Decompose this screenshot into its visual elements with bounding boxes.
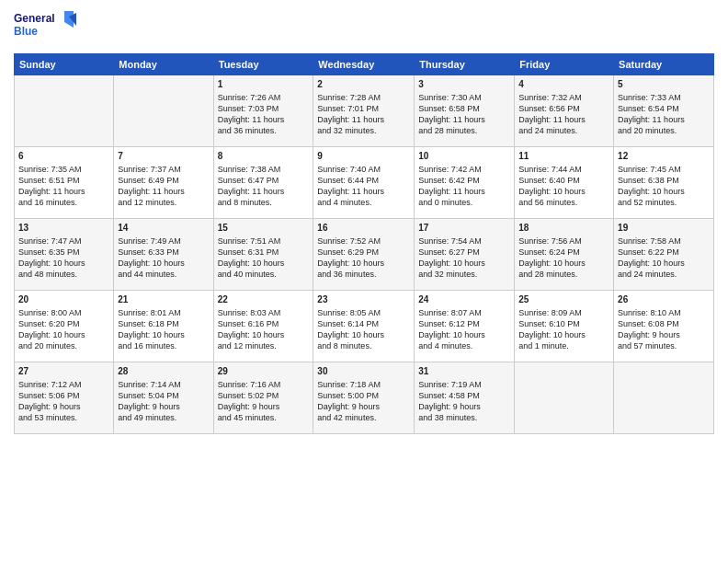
svg-text:General: General bbox=[14, 12, 55, 25]
day-number: 20 bbox=[18, 293, 109, 306]
day-content-line: Sunrise: 7:33 AM bbox=[618, 92, 710, 103]
day-content-line: Sunset: 4:58 PM bbox=[418, 390, 510, 401]
day-content-line: Daylight: 11 hours bbox=[18, 186, 109, 197]
day-number: 8 bbox=[218, 150, 310, 163]
day-content-line: Sunset: 7:01 PM bbox=[317, 103, 410, 114]
week-row-5: 27Sunrise: 7:12 AMSunset: 5:06 PMDayligh… bbox=[15, 362, 714, 434]
day-content-line: and 24 minutes. bbox=[518, 125, 609, 136]
svg-text:Blue: Blue bbox=[14, 25, 38, 38]
day-content-line: Sunrise: 8:05 AM bbox=[317, 307, 410, 318]
day-content-line: Daylight: 11 hours bbox=[518, 114, 609, 125]
day-number: 29 bbox=[218, 365, 310, 378]
weekday-header-thursday: Thursday bbox=[415, 54, 515, 75]
day-content-line: Sunset: 6:27 PM bbox=[418, 247, 510, 258]
week-row-3: 13Sunrise: 7:47 AMSunset: 6:35 PMDayligh… bbox=[15, 219, 714, 291]
day-content-line: Daylight: 9 hours bbox=[218, 401, 310, 412]
day-content-line: and 12 minutes. bbox=[118, 197, 209, 208]
calendar-cell: 15Sunrise: 7:51 AMSunset: 6:31 PMDayligh… bbox=[213, 219, 313, 291]
day-content-line: and 1 minute. bbox=[518, 340, 609, 351]
day-content-line: Sunrise: 7:37 AM bbox=[118, 164, 209, 175]
calendar-cell: 29Sunrise: 7:16 AMSunset: 5:02 PMDayligh… bbox=[213, 362, 313, 434]
day-content-line: and 16 minutes. bbox=[18, 197, 109, 208]
day-content-line: Sunrise: 7:14 AM bbox=[118, 379, 209, 390]
day-content-line: and 28 minutes. bbox=[418, 125, 510, 136]
day-content-line: Sunset: 6:49 PM bbox=[118, 175, 209, 186]
day-content-line: Sunset: 6:54 PM bbox=[618, 103, 710, 114]
day-content-line: Sunset: 5:06 PM bbox=[18, 390, 109, 401]
day-content-line: Sunrise: 7:52 AM bbox=[317, 236, 410, 247]
day-content-line: Sunrise: 8:01 AM bbox=[118, 307, 209, 318]
day-number: 14 bbox=[118, 222, 209, 235]
day-content-line: Sunset: 6:20 PM bbox=[18, 318, 109, 329]
day-content-line: Sunrise: 8:03 AM bbox=[218, 307, 310, 318]
day-content-line: Daylight: 10 hours bbox=[118, 258, 209, 269]
day-content-line: and 45 minutes. bbox=[218, 412, 310, 423]
day-content-line: Sunrise: 7:58 AM bbox=[618, 236, 710, 247]
day-content-line: Daylight: 10 hours bbox=[317, 258, 410, 269]
calendar-cell: 31Sunrise: 7:19 AMSunset: 4:58 PMDayligh… bbox=[415, 362, 515, 434]
weekday-header-monday: Monday bbox=[114, 54, 213, 75]
day-number: 26 bbox=[618, 293, 710, 306]
day-content-line: Sunrise: 7:42 AM bbox=[418, 164, 510, 175]
day-content-line: and 0 minutes. bbox=[418, 197, 510, 208]
day-content-line: and 49 minutes. bbox=[118, 412, 209, 423]
calendar-cell: 16Sunrise: 7:52 AMSunset: 6:29 PMDayligh… bbox=[313, 219, 415, 291]
day-content-line: Sunset: 5:04 PM bbox=[118, 390, 209, 401]
day-number: 21 bbox=[118, 293, 209, 306]
day-content-line: Daylight: 10 hours bbox=[18, 329, 109, 340]
day-content-line: Sunset: 6:42 PM bbox=[418, 175, 510, 186]
day-number: 19 bbox=[618, 222, 710, 235]
day-content-line: Daylight: 10 hours bbox=[518, 186, 609, 197]
calendar-cell: 26Sunrise: 8:10 AMSunset: 6:08 PMDayligh… bbox=[614, 291, 714, 362]
day-content-line: and 44 minutes. bbox=[118, 269, 209, 280]
day-content-line: and 56 minutes. bbox=[518, 197, 609, 208]
day-content-line: Sunrise: 7:51 AM bbox=[218, 236, 310, 247]
page: General Blue SundayMondayTuesdayWednesda… bbox=[0, 0, 728, 563]
calendar-cell: 10Sunrise: 7:42 AMSunset: 6:42 PMDayligh… bbox=[415, 147, 515, 219]
weekday-header-tuesday: Tuesday bbox=[213, 54, 313, 75]
day-number: 4 bbox=[518, 78, 609, 91]
day-content-line: and 40 minutes. bbox=[218, 269, 310, 280]
day-content-line: Sunrise: 7:54 AM bbox=[418, 236, 510, 247]
calendar-cell: 7Sunrise: 7:37 AMSunset: 6:49 PMDaylight… bbox=[114, 147, 213, 219]
day-content-line: Daylight: 9 hours bbox=[118, 401, 209, 412]
day-content-line: Daylight: 11 hours bbox=[218, 186, 310, 197]
day-content-line: Sunrise: 7:12 AM bbox=[18, 379, 109, 390]
calendar-cell: 22Sunrise: 8:03 AMSunset: 6:16 PMDayligh… bbox=[213, 291, 313, 362]
day-content-line: and 20 minutes. bbox=[18, 340, 109, 351]
day-number: 6 bbox=[18, 150, 109, 163]
day-content-line: Sunset: 5:02 PM bbox=[218, 390, 310, 401]
day-content-line: Sunset: 6:18 PM bbox=[118, 318, 209, 329]
calendar-cell bbox=[614, 362, 714, 434]
calendar-cell bbox=[15, 75, 114, 147]
day-content-line: and 32 minutes. bbox=[317, 125, 410, 136]
calendar-cell: 25Sunrise: 8:09 AMSunset: 6:10 PMDayligh… bbox=[515, 291, 614, 362]
day-content-line: and 48 minutes. bbox=[18, 269, 109, 280]
calendar-cell: 9Sunrise: 7:40 AMSunset: 6:44 PMDaylight… bbox=[313, 147, 415, 219]
calendar-cell: 18Sunrise: 7:56 AMSunset: 6:24 PMDayligh… bbox=[515, 219, 614, 291]
logo-svg: General Blue bbox=[14, 9, 78, 46]
day-content-line: Daylight: 10 hours bbox=[218, 329, 310, 340]
calendar-cell: 14Sunrise: 7:49 AMSunset: 6:33 PMDayligh… bbox=[114, 219, 213, 291]
day-content-line: Sunset: 6:58 PM bbox=[418, 103, 510, 114]
calendar-cell: 24Sunrise: 8:07 AMSunset: 6:12 PMDayligh… bbox=[415, 291, 515, 362]
day-number: 17 bbox=[418, 222, 510, 235]
day-content-line: Daylight: 10 hours bbox=[118, 329, 209, 340]
day-content-line: Sunrise: 7:49 AM bbox=[118, 236, 209, 247]
day-content-line: and 28 minutes. bbox=[518, 269, 609, 280]
calendar-cell: 2Sunrise: 7:28 AMSunset: 7:01 PMDaylight… bbox=[313, 75, 415, 147]
weekday-header-wednesday: Wednesday bbox=[313, 54, 415, 75]
day-content-line: Sunrise: 7:19 AM bbox=[418, 379, 510, 390]
day-content-line: Daylight: 11 hours bbox=[418, 186, 510, 197]
calendar-cell: 27Sunrise: 7:12 AMSunset: 5:06 PMDayligh… bbox=[15, 362, 114, 434]
day-content-line: Daylight: 11 hours bbox=[218, 114, 310, 125]
day-content-line: Sunset: 6:33 PM bbox=[118, 247, 209, 258]
day-content-line: Sunset: 7:03 PM bbox=[218, 103, 310, 114]
day-content-line: Sunrise: 8:10 AM bbox=[618, 307, 710, 318]
day-content-line: Daylight: 9 hours bbox=[18, 401, 109, 412]
day-content-line: and 24 minutes. bbox=[618, 269, 710, 280]
day-content-line: and 4 minutes. bbox=[418, 340, 510, 351]
day-content-line: Daylight: 9 hours bbox=[418, 401, 510, 412]
weekday-header-sunday: Sunday bbox=[15, 54, 114, 75]
calendar-cell: 8Sunrise: 7:38 AMSunset: 6:47 PMDaylight… bbox=[213, 147, 313, 219]
